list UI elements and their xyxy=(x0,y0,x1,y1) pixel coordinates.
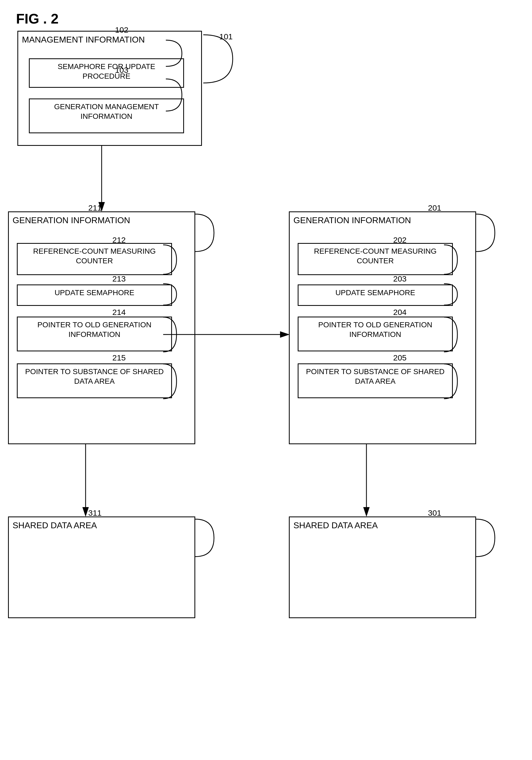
gen-info-left-box: GENERATION INFORMATION REFERENCE-COUNT M… xyxy=(8,212,195,444)
ref-212: 212 xyxy=(112,235,126,245)
generation-mgmt-box: GENERATION MANAGEMENT INFORMATION xyxy=(29,99,184,133)
management-info-title: MANAGEMENT INFORMATION xyxy=(18,31,201,47)
ref-205: 205 xyxy=(393,353,407,362)
shared-data-left-box: SHARED DATA AREA xyxy=(8,516,195,618)
shared-data-left-title: SHARED DATA AREA xyxy=(9,517,195,533)
ref-101: 101 xyxy=(219,32,233,41)
gen-info-right-title: GENERATION INFORMATION xyxy=(290,212,475,228)
ptr-old-right-box: POINTER TO OLD GENERATION INFORMATION xyxy=(298,316,453,351)
shared-data-right-title: SHARED DATA AREA xyxy=(290,517,475,533)
ref-311: 311 xyxy=(88,508,102,518)
ref-203: 203 xyxy=(393,274,407,283)
update-sem-left-box: UPDATE SEMAPHORE xyxy=(17,284,172,306)
gen-info-left-title: GENERATION INFORMATION xyxy=(9,212,195,228)
ref-213: 213 xyxy=(112,274,126,283)
ref-count-left-box: REFERENCE-COUNT MEASURING COUNTER xyxy=(17,243,172,275)
ref-201: 201 xyxy=(428,203,441,213)
shared-data-right-box: SHARED DATA AREA xyxy=(289,516,476,618)
ref-102: 102 xyxy=(115,25,128,34)
semaphore-update-box: SEMAPHORE FOR UPDATE PROCEDURE xyxy=(29,58,184,88)
ref-204: 204 xyxy=(393,308,407,317)
gen-info-right-box: GENERATION INFORMATION REFERENCE-COUNT M… xyxy=(289,212,476,444)
management-info-box: MANAGEMENT INFORMATION SEMAPHORE FOR UPD… xyxy=(18,31,202,146)
ptr-substance-left-box: POINTER TO SUBSTANCE OF SHARED DATA AREA xyxy=(17,363,172,398)
figure-label: FIG . 2 xyxy=(16,11,59,27)
ptr-old-left-box: POINTER TO OLD GENERATION INFORMATION xyxy=(17,316,172,351)
ref-215: 215 xyxy=(112,353,126,362)
ref-301: 301 xyxy=(428,508,441,518)
ref-count-right-box: REFERENCE-COUNT MEASURING COUNTER xyxy=(298,243,453,275)
update-sem-right-box: UPDATE SEMAPHORE xyxy=(298,284,453,306)
ref-103: 103 xyxy=(115,66,128,75)
ref-214: 214 xyxy=(112,308,126,317)
ptr-substance-right-box: POINTER TO SUBSTANCE OF SHARED DATA AREA xyxy=(298,363,453,398)
ref-211: 211 xyxy=(88,203,102,213)
ref-202: 202 xyxy=(393,235,407,245)
